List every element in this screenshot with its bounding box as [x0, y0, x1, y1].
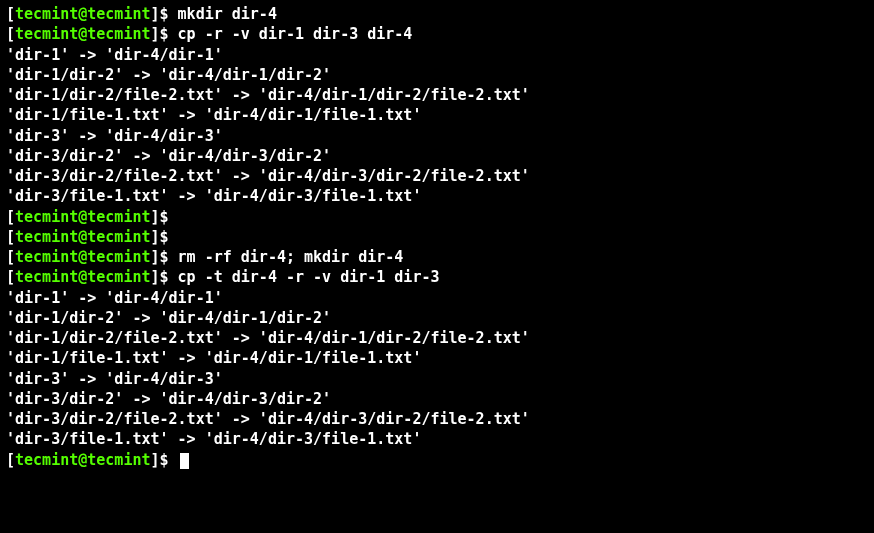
terminal-line: 'dir-3/dir-2' -> 'dir-4/dir-3/dir-2' — [6, 389, 868, 409]
terminal-line: [tecmint@tecmint]$ cp -r -v dir-1 dir-3 … — [6, 24, 868, 44]
output-text: 'dir-1/dir-2' -> 'dir-4/dir-1/dir-2' — [6, 66, 331, 84]
output-text: 'dir-3/file-1.txt' -> 'dir-4/dir-3/file-… — [6, 187, 421, 205]
output-text: 'dir-1/dir-2' -> 'dir-4/dir-1/dir-2' — [6, 309, 331, 327]
terminal-line: 'dir-1/dir-2' -> 'dir-4/dir-1/dir-2' — [6, 308, 868, 328]
prompt-open-bracket: [ — [6, 25, 15, 43]
prompt-close-bracket: ] — [151, 228, 160, 246]
terminal-line: 'dir-3/file-1.txt' -> 'dir-4/dir-3/file-… — [6, 186, 868, 206]
command-text: cp -t dir-4 -r -v dir-1 dir-3 — [169, 268, 440, 286]
prompt-close-bracket: ] — [151, 268, 160, 286]
cursor — [180, 453, 189, 469]
prompt-close-bracket: ] — [151, 451, 160, 469]
prompt-dollar: $ — [160, 228, 169, 246]
prompt-dollar: $ — [160, 268, 169, 286]
prompt-user-host: tecmint@tecmint — [15, 208, 150, 226]
prompt-user-host: tecmint@tecmint — [15, 228, 150, 246]
prompt-dollar: $ — [160, 25, 169, 43]
prompt-user-host: tecmint@tecmint — [15, 451, 150, 469]
prompt-open-bracket: [ — [6, 228, 15, 246]
output-text: 'dir-1/file-1.txt' -> 'dir-4/dir-1/file-… — [6, 106, 421, 124]
prompt-user-host: tecmint@tecmint — [15, 248, 150, 266]
terminal-line: 'dir-1' -> 'dir-4/dir-1' — [6, 45, 868, 65]
prompt-user-host: tecmint@tecmint — [15, 25, 150, 43]
prompt-open-bracket: [ — [6, 268, 15, 286]
terminal-line: 'dir-1' -> 'dir-4/dir-1' — [6, 288, 868, 308]
prompt-open-bracket: [ — [6, 5, 15, 23]
output-text: 'dir-3/file-1.txt' -> 'dir-4/dir-3/file-… — [6, 430, 421, 448]
prompt-user-host: tecmint@tecmint — [15, 268, 150, 286]
prompt-close-bracket: ] — [151, 248, 160, 266]
terminal-line: 'dir-3' -> 'dir-4/dir-3' — [6, 126, 868, 146]
terminal-line: 'dir-3/dir-2/file-2.txt' -> 'dir-4/dir-3… — [6, 166, 868, 186]
command-text — [169, 228, 178, 246]
prompt-dollar: $ — [160, 248, 169, 266]
terminal-line: [tecmint@tecmint]$ — [6, 450, 868, 470]
command-text: mkdir dir-4 — [169, 5, 277, 23]
terminal-line: 'dir-1/file-1.txt' -> 'dir-4/dir-1/file-… — [6, 348, 868, 368]
output-text: 'dir-3/dir-2/file-2.txt' -> 'dir-4/dir-3… — [6, 167, 530, 185]
command-text: cp -r -v dir-1 dir-3 dir-4 — [169, 25, 413, 43]
terminal-line: 'dir-3/dir-2/file-2.txt' -> 'dir-4/dir-3… — [6, 409, 868, 429]
prompt-close-bracket: ] — [151, 5, 160, 23]
output-text: 'dir-1' -> 'dir-4/dir-1' — [6, 289, 223, 307]
prompt-close-bracket: ] — [151, 208, 160, 226]
terminal-line: 'dir-1/dir-2/file-2.txt' -> 'dir-4/dir-1… — [6, 328, 868, 348]
prompt-dollar: $ — [160, 5, 169, 23]
output-text: 'dir-1/dir-2/file-2.txt' -> 'dir-4/dir-1… — [6, 86, 530, 104]
output-text: 'dir-3' -> 'dir-4/dir-3' — [6, 127, 223, 145]
terminal-line: [tecmint@tecmint]$ cp -t dir-4 -r -v dir… — [6, 267, 868, 287]
prompt-close-bracket: ] — [151, 25, 160, 43]
prompt-dollar: $ — [160, 451, 169, 469]
output-text: 'dir-3/dir-2/file-2.txt' -> 'dir-4/dir-3… — [6, 410, 530, 428]
terminal-line: [tecmint@tecmint]$ rm -rf dir-4; mkdir d… — [6, 247, 868, 267]
prompt-dollar: $ — [160, 208, 169, 226]
terminal-line: 'dir-1/file-1.txt' -> 'dir-4/dir-1/file-… — [6, 105, 868, 125]
prompt-open-bracket: [ — [6, 451, 15, 469]
prompt-open-bracket: [ — [6, 208, 15, 226]
command-text — [169, 208, 178, 226]
terminal-line: [tecmint@tecmint]$ — [6, 227, 868, 247]
output-text: 'dir-1/file-1.txt' -> 'dir-4/dir-1/file-… — [6, 349, 421, 367]
terminal-line: 'dir-3/dir-2' -> 'dir-4/dir-3/dir-2' — [6, 146, 868, 166]
terminal-line: 'dir-1/dir-2/file-2.txt' -> 'dir-4/dir-1… — [6, 85, 868, 105]
output-text: 'dir-3/dir-2' -> 'dir-4/dir-3/dir-2' — [6, 390, 331, 408]
command-text — [169, 451, 178, 469]
output-text: 'dir-3/dir-2' -> 'dir-4/dir-3/dir-2' — [6, 147, 331, 165]
prompt-open-bracket: [ — [6, 248, 15, 266]
terminal-line: 'dir-3' -> 'dir-4/dir-3' — [6, 369, 868, 389]
output-text: 'dir-3' -> 'dir-4/dir-3' — [6, 370, 223, 388]
output-text: 'dir-1' -> 'dir-4/dir-1' — [6, 46, 223, 64]
prompt-user-host: tecmint@tecmint — [15, 5, 150, 23]
output-text: 'dir-1/dir-2/file-2.txt' -> 'dir-4/dir-1… — [6, 329, 530, 347]
terminal-line: 'dir-1/dir-2' -> 'dir-4/dir-1/dir-2' — [6, 65, 868, 85]
terminal-output[interactable]: [tecmint@tecmint]$ mkdir dir-4[tecmint@t… — [6, 4, 868, 470]
terminal-line: 'dir-3/file-1.txt' -> 'dir-4/dir-3/file-… — [6, 429, 868, 449]
command-text: rm -rf dir-4; mkdir dir-4 — [169, 248, 404, 266]
terminal-line: [tecmint@tecmint]$ — [6, 207, 868, 227]
terminal-line: [tecmint@tecmint]$ mkdir dir-4 — [6, 4, 868, 24]
